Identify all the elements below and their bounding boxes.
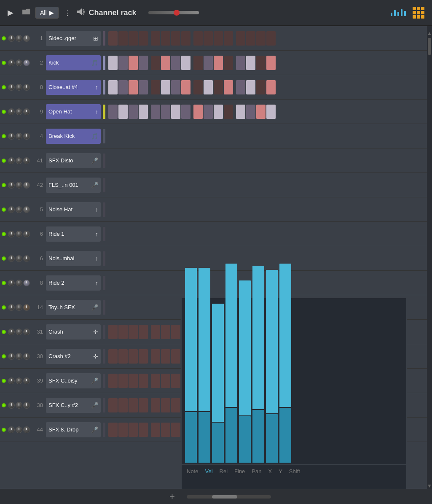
- led-indicator[interactable]: [2, 183, 6, 187]
- step-cell[interactable]: [224, 56, 233, 70]
- step-cell[interactable]: [129, 398, 138, 412]
- step-cell[interactable]: [139, 398, 148, 412]
- step-cell[interactable]: [151, 398, 160, 412]
- knob-pan[interactable]: [16, 304, 22, 311]
- knob-vol[interactable]: [8, 329, 15, 335]
- led-indicator[interactable]: [2, 85, 6, 89]
- knob-pan[interactable]: [16, 206, 22, 213]
- step-cell[interactable]: [266, 31, 276, 46]
- knob-fx[interactable]: [23, 280, 30, 286]
- step-cell[interactable]: [151, 374, 160, 388]
- step-cell[interactable]: [171, 105, 180, 119]
- step-cell[interactable]: [161, 56, 170, 70]
- knob-vol[interactable]: [8, 157, 15, 164]
- knob-vol[interactable]: [8, 304, 15, 311]
- step-cell[interactable]: [161, 31, 170, 46]
- right-scrollbar[interactable]: ▲ ▼: [427, 26, 432, 489]
- vel-bar-tall[interactable]: [225, 264, 237, 407]
- knob-fx[interactable]: [23, 231, 30, 237]
- step-cell[interactable]: [256, 80, 266, 94]
- step-cell[interactable]: [181, 56, 191, 70]
- h-scroll-thumb[interactable]: [212, 495, 237, 499]
- knob-pan[interactable]: [16, 59, 22, 66]
- step-cell[interactable]: [129, 423, 138, 437]
- knob-fx[interactable]: [23, 35, 30, 42]
- vel-bar-short[interactable]: [212, 423, 224, 463]
- channel-name-button[interactable]: Ride 2 ↑: [46, 275, 101, 291]
- step-cell[interactable]: [151, 349, 160, 364]
- knob-pan[interactable]: [16, 255, 22, 262]
- knob-pan[interactable]: [16, 157, 22, 164]
- volume-slider[interactable]: [148, 11, 199, 14]
- step-cell[interactable]: [161, 105, 170, 119]
- channel-name-button[interactable]: SFX C..oisy 🎤: [46, 373, 101, 388]
- vel-shift-label[interactable]: Shift: [289, 468, 300, 474]
- led-indicator[interactable]: [2, 256, 6, 261]
- step-cell[interactable]: [118, 105, 128, 119]
- channel-name-button[interactable]: Ride 1 ↑: [46, 226, 101, 242]
- step-cell[interactable]: [108, 31, 118, 46]
- knob-fx[interactable]: [23, 108, 30, 115]
- step-cell[interactable]: [214, 56, 223, 70]
- step-cell[interactable]: [151, 325, 160, 339]
- knob-fx[interactable]: [23, 206, 30, 213]
- knob-fx[interactable]: [23, 353, 30, 360]
- step-cell[interactable]: [171, 31, 180, 46]
- step-cell[interactable]: [171, 398, 180, 412]
- channel-name-button[interactable]: Break Kick 🎵: [46, 129, 101, 144]
- vel-bar-short[interactable]: [225, 408, 237, 463]
- led-indicator[interactable]: [2, 36, 6, 40]
- step-cell[interactable]: [161, 80, 170, 94]
- step-cell[interactable]: [181, 105, 191, 119]
- step-cell[interactable]: [266, 56, 276, 70]
- vel-vel-label[interactable]: Vel: [205, 468, 212, 474]
- step-cell[interactable]: [193, 80, 203, 94]
- vel-bar-tall[interactable]: [252, 266, 264, 409]
- step-cell[interactable]: [171, 325, 180, 339]
- filter-dropdown[interactable]: All ▶: [35, 7, 59, 19]
- led-indicator[interactable]: [2, 428, 6, 432]
- step-cell[interactable]: [181, 31, 191, 46]
- step-cell[interactable]: [171, 349, 180, 364]
- knob-pan[interactable]: [16, 377, 22, 384]
- knob-vol[interactable]: [8, 206, 15, 213]
- step-cell[interactable]: [139, 374, 148, 388]
- step-cell[interactable]: [246, 105, 255, 119]
- knob-pan[interactable]: [16, 35, 22, 42]
- vel-bar-tall[interactable]: [212, 304, 224, 422]
- step-cell[interactable]: [246, 80, 255, 94]
- horizontal-scrollbar[interactable]: [187, 495, 271, 499]
- step-cell[interactable]: [151, 105, 160, 119]
- step-cell[interactable]: [108, 325, 118, 339]
- knob-pan[interactable]: [16, 84, 22, 91]
- vel-bar-tall[interactable]: [185, 268, 197, 411]
- knob-fx[interactable]: [23, 133, 30, 140]
- channel-name-button[interactable]: SFX C..y #2 🎤: [46, 398, 101, 413]
- step-cell[interactable]: [118, 325, 128, 339]
- knob-vol[interactable]: [8, 231, 15, 237]
- step-cell[interactable]: [204, 56, 213, 70]
- knob-fx[interactable]: [23, 426, 30, 433]
- step-cell[interactable]: [236, 31, 245, 46]
- step-cell[interactable]: [108, 423, 118, 437]
- step-cell[interactable]: [171, 56, 180, 70]
- step-cell[interactable]: [108, 398, 118, 412]
- vel-note-label[interactable]: Note: [187, 468, 198, 474]
- step-cell[interactable]: [108, 105, 118, 119]
- channel-name-button[interactable]: Noise Hat ↑: [46, 202, 101, 217]
- knob-pan[interactable]: [16, 231, 22, 237]
- channel-name-button[interactable]: Close..at #4 ↑: [46, 80, 101, 95]
- vel-bar-tall[interactable]: [279, 264, 291, 407]
- step-cell[interactable]: [129, 325, 138, 339]
- vel-x-label[interactable]: X: [268, 468, 272, 474]
- step-cell[interactable]: [129, 374, 138, 388]
- led-indicator[interactable]: [2, 232, 6, 236]
- step-cell[interactable]: [224, 31, 233, 46]
- step-cell[interactable]: [236, 105, 245, 119]
- step-cell[interactable]: [118, 349, 128, 364]
- step-cell[interactable]: [151, 80, 160, 94]
- step-cell[interactable]: [161, 398, 170, 412]
- step-cell[interactable]: [256, 105, 266, 119]
- step-cell[interactable]: [139, 80, 148, 94]
- step-cell[interactable]: [266, 105, 276, 119]
